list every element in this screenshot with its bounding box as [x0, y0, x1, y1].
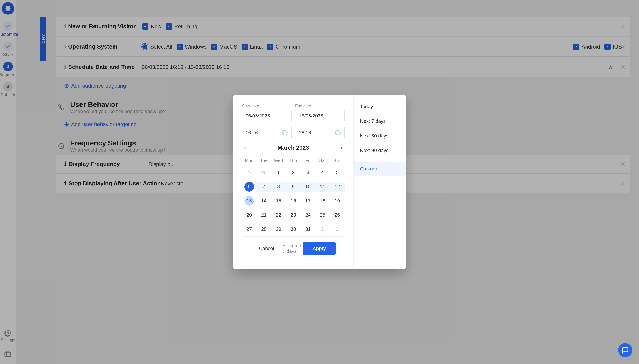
calendar-week-row: 272829303112 — [242, 222, 345, 236]
weekday-sun: Sun — [330, 156, 345, 165]
calendar-day-cell[interactable]: 27 — [242, 165, 256, 180]
calendar-side: Start date End date 16:16 🕐 16:16 🕐 — [233, 95, 354, 269]
calendar-week-row: 13141516171819 — [242, 194, 345, 208]
quick-options-container: TodayNext 7 daysNext 30 daysNext 90 days… — [354, 99, 406, 176]
selected-info: Selected: 7 days — [282, 243, 303, 254]
calendar-grid: Mon Tue Wed Thu Fri Sat Sun 272812345678… — [242, 156, 345, 236]
modal-footer: Cancel Selected: 7 days Apply — [242, 236, 345, 260]
calendar-day-cell[interactable]: 2 — [286, 165, 301, 180]
apply-button[interactable]: Apply — [303, 242, 336, 255]
weekday-fri: Fri — [301, 156, 315, 165]
calendar-day-cell[interactable]: 10 — [301, 180, 315, 194]
calendar-day-cell[interactable]: 19 — [330, 194, 345, 208]
chat-bubble-button[interactable] — [618, 343, 632, 357]
weekday-sat: Sat — [315, 156, 330, 165]
calendar-day-cell[interactable]: 6 — [242, 180, 256, 194]
calendar-day-cell[interactable]: 27 — [242, 222, 256, 236]
calendar-header-row: Mon Tue Wed Thu Fri Sat Sun — [242, 156, 345, 165]
start-date-group: Start date — [242, 104, 291, 122]
calendar-day-cell[interactable]: 12 — [330, 180, 345, 194]
end-date-group: End date — [295, 104, 345, 122]
weekday-mon: Mon — [242, 156, 256, 165]
calendar-day-cell[interactable]: 17 — [301, 194, 315, 208]
calendar-header: ‹ March 2023 › — [242, 144, 345, 152]
calendar-day-cell[interactable]: 1 — [315, 222, 330, 236]
quick-option-today[interactable]: Today — [354, 99, 406, 114]
start-time-value: 16:16 — [246, 130, 258, 136]
quick-options-panel: TodayNext 7 daysNext 30 daysNext 90 days… — [354, 95, 406, 269]
quick-option-next7[interactable]: Next 7 days — [354, 114, 406, 128]
calendar-day-cell[interactable]: 18 — [315, 194, 330, 208]
calendar-day-cell[interactable]: 25 — [315, 208, 330, 222]
calendar-day-cell[interactable]: 3 — [301, 165, 315, 180]
calendar-day-cell[interactable]: 29 — [271, 222, 286, 236]
calendar-day-cell[interactable]: 15 — [271, 194, 286, 208]
weekday-wed: Wed — [271, 156, 286, 165]
calendar-day-cell[interactable]: 8 — [271, 180, 286, 194]
start-time-field[interactable]: 16:16 🕐 — [242, 126, 291, 139]
calendar-day-cell[interactable]: 16 — [286, 194, 301, 208]
time-inputs: 16:16 🕐 16:16 🕐 — [242, 126, 345, 139]
calendar-day-cell[interactable]: 5 — [330, 165, 345, 180]
start-clock-icon: 🕐 — [282, 130, 288, 136]
start-date-label: Start date — [242, 104, 291, 108]
calendar-day-cell[interactable]: 31 — [301, 222, 315, 236]
calendar-day-cell[interactable]: 7 — [256, 180, 271, 194]
calendar-day-cell[interactable]: 26 — [330, 208, 345, 222]
calendar-day-cell[interactable]: 20 — [242, 208, 256, 222]
calendar-day-cell[interactable]: 30 — [286, 222, 301, 236]
end-time-field[interactable]: 16:16 🕐 — [295, 126, 345, 139]
end-clock-icon: 🕐 — [335, 130, 341, 136]
end-date-label: End date — [295, 104, 345, 108]
calendar-day-cell[interactable]: 22 — [271, 208, 286, 222]
calendar-week-row: 6789101112 — [242, 180, 345, 194]
cancel-button[interactable]: Cancel — [251, 242, 282, 255]
quick-option-next90[interactable]: Next 90 days — [354, 143, 406, 158]
month-label: March 2023 — [277, 144, 309, 151]
date-picker-modal: Start date End date 16:16 🕐 16:16 🕐 — [233, 95, 406, 269]
calendar-day-cell[interactable]: 21 — [256, 208, 271, 222]
next-month-button[interactable]: › — [338, 144, 345, 152]
weekday-tue: Tue — [256, 156, 271, 165]
start-date-input[interactable] — [242, 110, 291, 122]
calendar-day-cell[interactable]: 14 — [256, 194, 271, 208]
weekday-thu: Thu — [286, 156, 301, 165]
calendar-day-cell[interactable]: 2 — [330, 222, 345, 236]
calendar-day-cell[interactable]: 4 — [315, 165, 330, 180]
modal-overlay: Start date End date 16:16 🕐 16:16 🕐 — [0, 0, 639, 364]
calendar-week-row: 272812345 — [242, 165, 345, 180]
calendar-day-cell[interactable]: 24 — [301, 208, 315, 222]
calendar-body: 2728123456789101112131415161718192021222… — [242, 165, 345, 236]
calendar-day-cell[interactable]: 11 — [315, 180, 330, 194]
calendar-day-cell[interactable]: 1 — [271, 165, 286, 180]
calendar-day-cell[interactable]: 28 — [256, 165, 271, 180]
end-time-value: 16:16 — [299, 130, 311, 136]
calendar-day-cell[interactable]: 28 — [256, 222, 271, 236]
date-inputs: Start date End date — [242, 104, 345, 122]
calendar-day-cell[interactable]: 13 — [242, 194, 256, 208]
prev-month-button[interactable]: ‹ — [242, 144, 248, 152]
calendar-day-cell[interactable]: 23 — [286, 208, 301, 222]
calendar-day-cell[interactable]: 9 — [286, 180, 301, 194]
quick-option-next30[interactable]: Next 30 days — [354, 128, 406, 143]
quick-option-custom[interactable]: Custom — [354, 162, 406, 176]
calendar-week-row: 20212223242526 — [242, 208, 345, 222]
end-date-input[interactable] — [295, 110, 345, 122]
